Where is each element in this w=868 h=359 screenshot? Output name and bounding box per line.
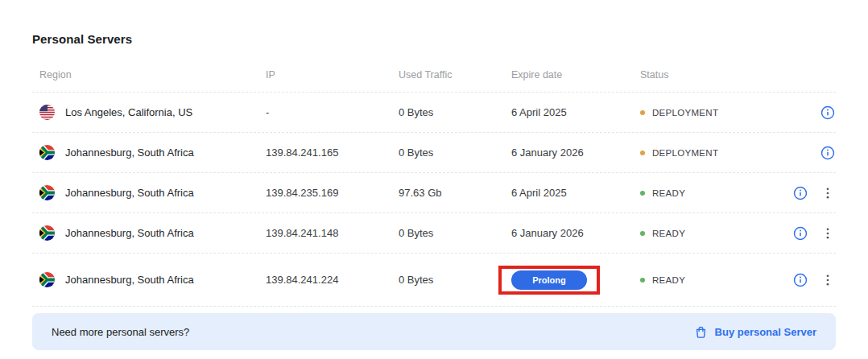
region-name: Johannesburg, South Africa: [65, 227, 194, 239]
ip-cell: 139.84.241.165: [266, 146, 399, 159]
column-header-used-traffic: Used Traffic: [399, 69, 511, 80]
buy-personal-server-label: Buy personal Server: [715, 326, 816, 338]
highlight-annotation-box: Prolong: [498, 266, 600, 295]
expire-date: 6 April 2025: [511, 187, 567, 199]
status-cell: DEPLOYMENT: [640, 108, 765, 118]
row-info-button[interactable]: [792, 272, 808, 288]
status-dot: [640, 110, 645, 115]
expire-date-cell: 6 January 2026: [511, 146, 640, 159]
region-cell: Johannesburg, South Africa: [32, 185, 266, 200]
kebab-menu-icon: [821, 274, 834, 287]
page-title: Personal Servers: [32, 32, 836, 46]
ip-cell: 139.84.241.148: [266, 227, 399, 239]
used-traffic-cell: 0 Bytes: [399, 227, 511, 239]
row-info-button[interactable]: [820, 105, 836, 121]
ip-cell: 139.84.235.169: [266, 187, 399, 199]
info-icon: [820, 105, 835, 120]
expire-date-cell: Prolong: [511, 266, 640, 295]
region-name: Johannesburg, South Africa: [65, 146, 194, 159]
row-menu-button[interactable]: [820, 272, 836, 288]
table-row: Johannesburg, South Africa 139.84.241.14…: [32, 213, 836, 254]
region-name: Los Angeles, California, US: [65, 106, 192, 118]
shopping-bag-icon: [694, 325, 708, 339]
status-label: DEPLOYMENT: [652, 148, 718, 158]
table-row: Johannesburg, South Africa 139.84.241.22…: [32, 254, 836, 307]
status-cell: READY: [640, 229, 765, 238]
status-cell: READY: [640, 275, 765, 285]
info-icon: [793, 186, 808, 200]
table-row: Los Angeles, California, US - 0 Bytes 6 …: [32, 93, 836, 133]
expire-date: 6 April 2025: [511, 106, 567, 118]
used-traffic-cell: 0 Bytes: [399, 274, 511, 286]
buy-more-banner: Need more personal servers? Buy personal…: [32, 313, 836, 350]
used-traffic-cell: 0 Bytes: [399, 146, 511, 159]
actions-cell: [765, 145, 836, 161]
status-dot: [640, 231, 645, 236]
column-header-status: Status: [640, 69, 765, 80]
actions-cell: [765, 272, 836, 288]
south-africa-flag-icon: [39, 272, 55, 287]
status-dot: [640, 151, 645, 155]
ip-cell: -: [266, 106, 399, 118]
us-flag-icon: [39, 105, 55, 120]
prolong-button[interactable]: Prolong: [511, 270, 587, 290]
status-cell: READY: [640, 188, 765, 198]
column-header-region: Region: [32, 69, 266, 80]
expire-date: 6 January 2026: [511, 146, 584, 159]
status-dot: [640, 191, 645, 196]
info-icon: [820, 146, 835, 160]
status-dot: [640, 278, 645, 283]
used-traffic-cell: 97.63 Gb: [399, 187, 511, 199]
south-africa-flag-icon: [39, 225, 55, 241]
personal-servers-panel: Personal Servers Region IP Used Traffic …: [0, 0, 868, 350]
status-label: DEPLOYMENT: [652, 108, 718, 118]
servers-table: Region IP Used Traffic Expire date Statu…: [32, 57, 836, 307]
column-header-expire-date: Expire date: [511, 69, 640, 80]
expire-date-cell: 6 January 2026: [511, 227, 640, 239]
buy-personal-server-button[interactable]: Buy personal Server: [694, 325, 816, 339]
south-africa-flag-icon: [39, 145, 55, 160]
region-name: Johannesburg, South Africa: [65, 274, 194, 286]
expire-date: 6 January 2026: [511, 227, 584, 239]
kebab-menu-icon: [821, 227, 834, 240]
expire-date-cell: 6 April 2025: [511, 106, 640, 118]
column-header-ip: IP: [266, 69, 399, 80]
region-name: Johannesburg, South Africa: [65, 187, 194, 199]
row-menu-button[interactable]: [820, 185, 836, 201]
row-info-button[interactable]: [792, 185, 808, 201]
status-label: READY: [652, 275, 685, 285]
south-africa-flag-icon: [39, 185, 55, 200]
table-row: Johannesburg, South Africa 139.84.235.16…: [32, 173, 836, 213]
actions-cell: [765, 105, 836, 121]
region-cell: Los Angeles, California, US: [32, 105, 266, 120]
region-cell: Johannesburg, South Africa: [32, 145, 266, 160]
table-header-row: Region IP Used Traffic Expire date Statu…: [32, 57, 836, 93]
region-cell: Johannesburg, South Africa: [32, 225, 266, 241]
ip-cell: 139.84.241.224: [266, 274, 399, 286]
row-info-button[interactable]: [792, 225, 808, 241]
actions-cell: [765, 225, 836, 241]
table-row: Johannesburg, South Africa 139.84.241.16…: [32, 133, 836, 173]
status-label: READY: [652, 188, 685, 198]
kebab-menu-icon: [821, 187, 834, 200]
actions-cell: [765, 185, 836, 201]
region-cell: Johannesburg, South Africa: [32, 272, 266, 287]
banner-question: Need more personal servers?: [52, 326, 189, 338]
status-cell: DEPLOYMENT: [640, 148, 765, 158]
row-menu-button[interactable]: [820, 225, 836, 241]
info-icon: [793, 273, 808, 287]
row-info-button[interactable]: [820, 145, 836, 161]
status-label: READY: [652, 229, 685, 238]
table-body: Los Angeles, California, US - 0 Bytes 6 …: [32, 93, 836, 307]
expire-date-cell: 6 April 2025: [511, 187, 640, 199]
info-icon: [793, 226, 808, 241]
used-traffic-cell: 0 Bytes: [399, 106, 511, 118]
